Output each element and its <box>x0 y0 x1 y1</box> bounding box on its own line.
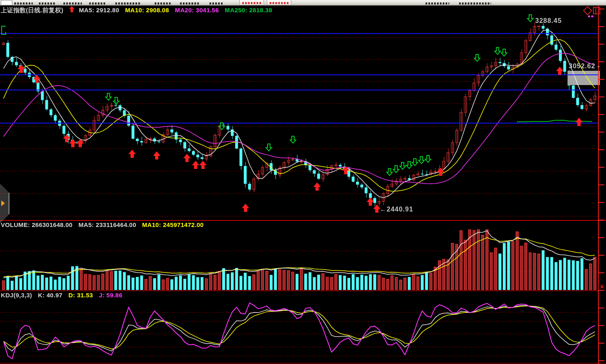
volume-ma10-value: MA10: 245971472.00 <box>142 221 204 228</box>
menu-item[interactable] <box>210 2 224 4</box>
menu-item[interactable] <box>14 2 33 4</box>
split-window-icon[interactable] <box>593 7 600 14</box>
more-options-icon[interactable] <box>588 16 594 17</box>
sell-button-label <box>270 2 288 4</box>
volume-value: VOLUME: 266301648.00 <box>1 221 72 228</box>
buy-button[interactable] <box>239 0 264 5</box>
main-indicator-header: 上证指数(日线.前复权) MA5: 2912.80 MA10: 2908.08 … <box>1 6 276 14</box>
menu-item[interactable] <box>63 2 82 4</box>
up-arrow-icon <box>69 7 74 13</box>
symbol-title: 上证指数(日线.前复权) <box>1 7 63 13</box>
menu-item[interactable] <box>89 2 106 4</box>
app-logo-icon[interactable] <box>1 0 12 5</box>
ma5-value: MA5: 2912.80 <box>79 7 119 13</box>
ma20-value: MA20: 3041.56 <box>175 7 219 13</box>
menu-item[interactable] <box>180 2 200 4</box>
close-pane-icon[interactable]: × <box>599 284 605 290</box>
menu-item[interactable] <box>155 2 171 4</box>
level-price-label: 3052.62 - <box>569 63 600 70</box>
buy-button-label <box>242 2 261 4</box>
price-volume-kdj-chart[interactable] <box>0 0 606 364</box>
peak-price-label: 3288.45 <box>535 17 562 25</box>
kdj-name: KDJ(9,3,3) <box>1 292 32 299</box>
menu-item[interactable] <box>459 2 491 4</box>
kdj-k-value: K: 40.97 <box>38 292 63 299</box>
volume-indicator-header: VOLUME: 266301648.00 MA5: 233116464.00 M… <box>1 221 208 228</box>
kdj-indicator-header: KDJ(9,3,3) K: 40.97 D: 31.53 J: 59.86 <box>1 292 126 299</box>
sell-button[interactable] <box>267 0 291 5</box>
menu-bar <box>0 0 606 6</box>
trading-app-window: 上证指数(日线.前复权) MA5: 2912.80 MA10: 2908.08 … <box>0 0 606 364</box>
kdj-j-value: J: 59.86 <box>99 292 122 299</box>
menu-item[interactable] <box>39 2 56 4</box>
expand-arrow-icon <box>1 200 5 206</box>
ma10-value: MA10: 2908.08 <box>125 7 169 13</box>
kdj-d-value: D: 31.53 <box>68 292 93 299</box>
volume-ma5-value: MA5: 233116464.00 <box>79 221 136 228</box>
menu-item[interactable] <box>115 2 140 4</box>
trough-price-label: ←2440.91 <box>380 206 413 213</box>
menu-item[interactable] <box>426 2 449 4</box>
ma250-value: MA250: 2818.38 <box>225 7 272 13</box>
